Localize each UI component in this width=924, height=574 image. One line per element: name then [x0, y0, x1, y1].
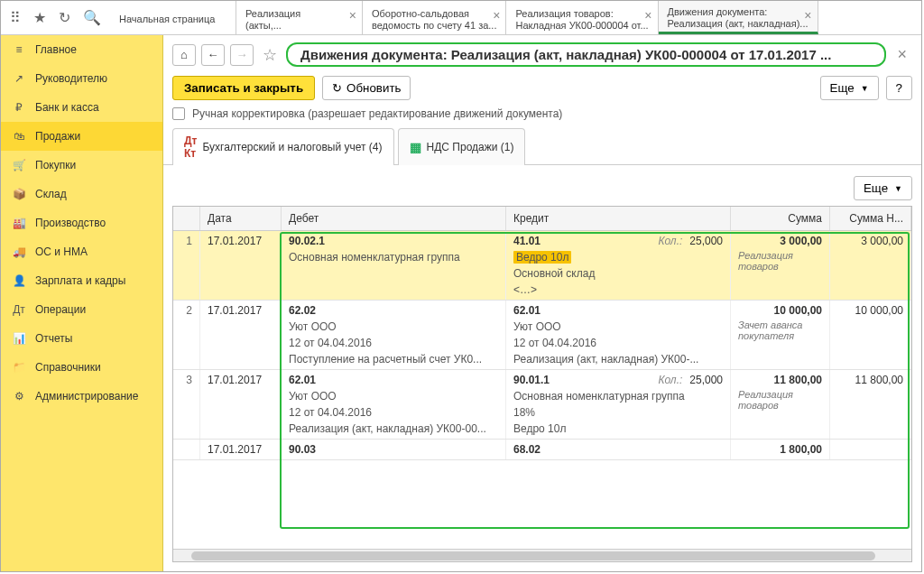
- page-title: Движения документа: Реализация (акт, нак…: [286, 42, 886, 67]
- sidebar-item[interactable]: ↗Руководителю: [1, 64, 162, 93]
- sidebar-item[interactable]: 📁Справочники: [1, 353, 162, 382]
- nds-icon: ▦: [410, 140, 421, 154]
- top-tab[interactable]: Реализация(акты,...×: [236, 1, 363, 34]
- top-tab[interactable]: Движения документа:Реализация (акт, накл…: [659, 1, 818, 34]
- accounting-icon: ДтКт: [184, 134, 197, 160]
- close-tab-icon[interactable]: ×: [644, 10, 651, 22]
- top-tab[interactable]: Оборотно-сальдоваяведомость по счету 41 …: [363, 1, 506, 34]
- sidebar-label: ОС и НМА: [35, 245, 88, 258]
- sidebar-label: Справочники: [35, 361, 101, 374]
- history-icon[interactable]: ↻: [59, 9, 70, 26]
- sidebar-label: Администрирование: [35, 390, 138, 403]
- sidebar-item[interactable]: ⚙Администрирование: [1, 382, 162, 411]
- sidebar-icon: 👤: [12, 274, 26, 287]
- top-tab[interactable]: Реализация товаров:Накладная УК00-000004…: [506, 1, 658, 34]
- sidebar-label: Зарплата и кадры: [35, 274, 125, 287]
- table-row[interactable]: 17.01.201790.0368.021 800,00: [173, 440, 911, 460]
- sub-tab[interactable]: ДтКтБухгалтерский и налоговый учет (4): [172, 128, 394, 165]
- table-row[interactable]: 217.01.201762.02Уют ООО12 от 04.04.2016П…: [173, 301, 911, 370]
- more-button-2[interactable]: Еще▼: [854, 176, 912, 200]
- header-credit[interactable]: Кредит: [506, 207, 731, 230]
- star-icon[interactable]: ★: [33, 9, 46, 26]
- sidebar-icon: ⚙: [12, 390, 26, 403]
- save-close-button[interactable]: Записать и закрыть: [172, 76, 315, 100]
- manual-edit-checkbox[interactable]: [172, 107, 185, 120]
- sidebar-icon: 📦: [12, 188, 26, 200]
- header-debit[interactable]: Дебет: [282, 207, 506, 230]
- favorite-icon[interactable]: ☆: [263, 45, 277, 65]
- sidebar-label: Производство: [35, 217, 106, 229]
- subtab-label: Бухгалтерский и налоговый учет (4): [202, 141, 382, 153]
- sidebar-icon: 🛍: [12, 130, 26, 143]
- caret-down-icon: ▼: [861, 84, 869, 93]
- search-icon[interactable]: 🔍: [83, 9, 101, 26]
- manual-edit-label: Ручная корректировка (разрешает редактир…: [192, 107, 562, 120]
- forward-button[interactable]: →: [230, 44, 254, 66]
- sidebar-icon: 🚚: [12, 245, 26, 258]
- sidebar-label: Отчеты: [35, 332, 72, 345]
- sidebar-item[interactable]: 📊Отчеты: [1, 324, 162, 353]
- sidebar-item[interactable]: 🏭Производство: [1, 208, 162, 237]
- help-button[interactable]: ?: [886, 76, 912, 100]
- sidebar-label: Главное: [35, 43, 77, 56]
- sidebar-icon: 📁: [12, 361, 26, 374]
- sidebar-icon: ≡: [12, 43, 26, 56]
- sidebar-label: Руководителю: [35, 72, 107, 85]
- refresh-button[interactable]: ↻Обновить: [322, 76, 411, 100]
- sidebar-item[interactable]: 🛍Продажи: [1, 122, 162, 151]
- refresh-icon: ↻: [332, 81, 342, 95]
- sidebar-label: Покупки: [35, 159, 76, 171]
- table-row[interactable]: 117.01.201790.02.1Основная номенклатурна…: [173, 231, 911, 301]
- table-header: Дата Дебет Кредит Сумма Сумма Н...: [173, 207, 911, 231]
- sidebar-item[interactable]: 🛒Покупки: [1, 151, 162, 180]
- sidebar-icon: 📊: [12, 332, 26, 345]
- caret-down-icon: ▼: [894, 184, 902, 193]
- sidebar-item[interactable]: ₽Банк и касса: [1, 93, 162, 122]
- close-icon[interactable]: ×: [892, 45, 912, 64]
- table-row[interactable]: 317.01.201762.01Уют ООО12 от 04.04.2016Р…: [173, 370, 911, 440]
- sidebar-item[interactable]: 👤Зарплата и кадры: [1, 266, 162, 295]
- sidebar-icon: ₽: [12, 101, 26, 114]
- subtab-label: НДС Продажи (1): [427, 141, 514, 153]
- sidebar-item[interactable]: 📦Склад: [1, 180, 162, 208]
- sidebar-item[interactable]: 🚚ОС и НМА: [1, 237, 162, 266]
- close-tab-icon[interactable]: ×: [804, 10, 811, 22]
- apps-icon[interactable]: ⠿: [10, 9, 21, 26]
- sub-tab[interactable]: ▦НДС Продажи (1): [398, 128, 526, 165]
- more-button[interactable]: Еще▼: [820, 76, 879, 100]
- sidebar-label: Банк и касса: [35, 101, 99, 114]
- sidebar-icon: Дт: [12, 303, 26, 316]
- header-date[interactable]: Дата: [200, 207, 282, 230]
- sidebar-item[interactable]: ДтОперации: [1, 295, 162, 324]
- sidebar-icon: 🏭: [12, 217, 26, 229]
- top-tab[interactable]: Начальная страница: [110, 1, 236, 34]
- close-tab-icon[interactable]: ×: [493, 10, 500, 22]
- close-tab-icon[interactable]: ×: [349, 10, 356, 22]
- back-button[interactable]: ←: [201, 44, 225, 66]
- sidebar-label: Склад: [35, 188, 67, 200]
- header-sum[interactable]: Сумма: [731, 207, 830, 230]
- sidebar-label: Продажи: [35, 130, 80, 143]
- home-button[interactable]: ⌂: [172, 44, 196, 66]
- sidebar-icon: ↗: [12, 72, 26, 85]
- header-sum-nds[interactable]: Сумма Н...: [830, 207, 911, 230]
- sidebar-label: Операции: [35, 303, 86, 316]
- sidebar-item[interactable]: ≡Главное: [1, 35, 162, 64]
- sidebar-icon: 🛒: [12, 159, 26, 171]
- horizontal-scrollbar[interactable]: [173, 549, 911, 561]
